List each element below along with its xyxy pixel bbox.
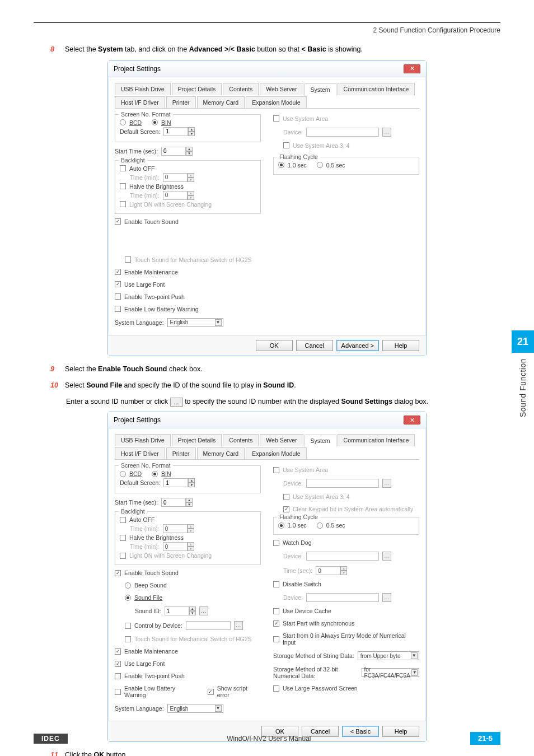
radio-sound-file[interactable] [125, 595, 131, 601]
device-input [306, 128, 379, 137]
chk-enable-touch[interactable] [115, 218, 121, 225]
chk-large-pwd[interactable] [273, 685, 279, 692]
tab-usb[interactable]: USB Flash Drive [115, 434, 171, 446]
step-num: 10 [50, 380, 60, 391]
chk-enable-maint[interactable] [115, 648, 121, 655]
chk-enable-touch[interactable] [115, 570, 121, 576]
tab-host[interactable]: Host I/F Driver [115, 96, 165, 108]
step-8: 8 Select the System tab, and click on th… [50, 44, 500, 55]
step-10-sub: Enter a sound ID number or click ... to … [66, 396, 500, 407]
spin-up-icon[interactable]: ▲ [188, 127, 195, 132]
tab-contents[interactable]: Contents [223, 83, 259, 95]
chk-use-large[interactable] [115, 661, 121, 667]
chk-halve[interactable] [120, 535, 126, 541]
chk-auto-off[interactable] [120, 165, 126, 171]
spin-up-icon[interactable]: ▲ [186, 147, 193, 151]
breadcrumb: 2 Sound Function Configuration Procedure [34, 26, 500, 34]
time-min-input-2 [163, 191, 188, 200]
tab-expansion[interactable]: Expansion Module [246, 447, 306, 459]
start-time-input[interactable] [161, 498, 186, 507]
sys-lang-combo[interactable]: English▼ [167, 318, 223, 327]
radio-bcd[interactable] [120, 471, 126, 477]
tab-comm[interactable]: Communication Interface [338, 434, 415, 446]
radio-bin[interactable] [152, 471, 158, 477]
tab-comm[interactable]: Communication Interface [338, 83, 415, 95]
chk-halve[interactable] [120, 183, 126, 189]
grp-flashing: Flashing Cycle [277, 153, 320, 160]
chk-low-batt[interactable] [115, 689, 121, 695]
radio-1sec[interactable] [278, 522, 284, 529]
tab-system[interactable]: System [305, 435, 336, 447]
storage-string-combo[interactable]: from Upper byte▼ [358, 651, 419, 660]
chk-use-large[interactable] [115, 281, 121, 287]
browse-icon: … [382, 128, 391, 137]
help-button[interactable]: Help [382, 340, 419, 351]
spin-down-icon[interactable]: ▼ [186, 151, 193, 156]
chk-watch-dog[interactable] [273, 540, 279, 546]
storage-32-combo[interactable]: for FC3A/FC4A/FC5A▼ [362, 668, 419, 677]
browse-icon[interactable]: … [199, 606, 208, 615]
spin-down-icon[interactable]: ▼ [188, 132, 195, 136]
close-icon[interactable]: ✕ [404, 416, 420, 424]
cancel-button[interactable]: Cancel [296, 340, 333, 351]
tab-host[interactable]: Host I/F Driver [115, 447, 165, 459]
tab-memory[interactable]: Memory Card [197, 96, 245, 108]
tab-contents[interactable]: Contents [223, 434, 259, 446]
chk-enable-maint[interactable] [115, 269, 121, 275]
chk-start-0[interactable] [273, 636, 279, 642]
default-screen-input[interactable] [163, 478, 188, 487]
sound-id-input[interactable] [165, 606, 189, 615]
chevron-down-icon: ▼ [215, 319, 222, 326]
step-num: 8 [50, 44, 60, 55]
start-time-input[interactable] [161, 147, 186, 156]
chk-touch-mech [125, 256, 131, 263]
tab-project-details[interactable]: Project Details [172, 434, 222, 446]
browse-icon[interactable]: … [234, 621, 243, 630]
chk-light-on [120, 201, 126, 207]
chk-two-point[interactable] [115, 293, 121, 300]
advanced-button[interactable]: Advanced > [336, 340, 379, 351]
chk-show-script[interactable] [208, 689, 214, 695]
chk-auto-off[interactable] [120, 517, 126, 523]
default-screen-input[interactable] [163, 127, 188, 136]
tab-printer[interactable]: Printer [166, 447, 196, 459]
step-num: 9 [50, 364, 60, 375]
radio-1sec[interactable] [278, 162, 284, 168]
chk-sys-area-34 [283, 142, 289, 148]
radio-bcd[interactable] [120, 119, 126, 125]
tab-printer[interactable]: Printer [166, 96, 196, 108]
tab-web-server[interactable]: Web Server [260, 83, 303, 95]
chk-ctrl-dev[interactable] [125, 623, 131, 629]
grp-screen-no: Screen No. Format [119, 462, 173, 469]
tab-usb[interactable]: USB Flash Drive [115, 83, 171, 95]
grp-flashing: Flashing Cycle [277, 514, 320, 520]
chevron-down-icon: ▼ [215, 705, 222, 712]
chk-disable-switch[interactable] [273, 581, 279, 587]
chk-two-point[interactable] [115, 673, 121, 679]
chk-dev-cache[interactable] [273, 608, 279, 614]
grp-backlight: Backlight [119, 508, 147, 515]
ctrl-dev-input[interactable] [186, 621, 231, 630]
dialog-tabs: USB Flash Drive Project Details Contents… [115, 82, 419, 109]
radio-05sec[interactable] [317, 522, 323, 529]
tab-expansion[interactable]: Expansion Module [246, 96, 306, 108]
radio-bin[interactable] [152, 119, 158, 125]
radio-05sec[interactable] [317, 162, 323, 168]
grp-screen-no: Screen No. Format [119, 111, 173, 118]
chk-low-batt[interactable] [115, 306, 121, 312]
time-min-input [163, 173, 188, 182]
ok-button[interactable]: OK [256, 340, 293, 351]
brand-logo: IDEC [34, 734, 68, 744]
tab-system[interactable]: System [305, 83, 336, 96]
step-11: 11 Click the OK button. [50, 750, 500, 756]
close-icon[interactable]: ✕ [404, 64, 420, 73]
radio-beep[interactable] [125, 582, 131, 589]
tab-project-details[interactable]: Project Details [172, 83, 222, 95]
tab-memory[interactable]: Memory Card [197, 447, 245, 459]
chapter-label: Sound Function [518, 358, 527, 417]
tab-web-server[interactable]: Web Server [260, 434, 303, 446]
chk-start-sync[interactable] [273, 620, 279, 627]
step-10: 10 Select Sound File and specify the ID … [50, 380, 500, 391]
dialog-title: Project Settings [114, 65, 161, 73]
sys-lang-combo[interactable]: English▼ [167, 704, 223, 713]
